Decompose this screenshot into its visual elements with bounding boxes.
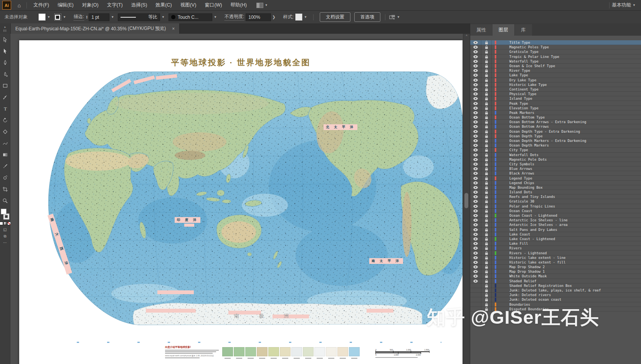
layer-name[interactable]: Map Bounding Box xyxy=(509,186,543,189)
canvas[interactable]: 平等地球投影 · 世界地形地貌全图 xyxy=(10,34,463,364)
visibility-toggle-eye-icon[interactable] xyxy=(470,129,481,134)
layer-row[interactable]: Magnetic Poles Type xyxy=(470,45,641,49)
fill-color-swatch[interactable] xyxy=(38,13,46,21)
zoom-tool[interactable] xyxy=(0,195,10,206)
visibility-toggle-eye-icon[interactable] xyxy=(470,59,481,64)
layer-row[interactable]: Junk: Deleted rivers xyxy=(470,293,641,297)
layer-name[interactable]: Graticule 30 xyxy=(509,199,534,203)
visibility-toggle-eye-icon[interactable] xyxy=(470,148,481,152)
layer-name[interactable]: Dry Lake Type xyxy=(509,78,536,82)
artboard-tool[interactable] xyxy=(0,183,10,195)
layer-name[interactable]: Physical Type xyxy=(509,92,536,96)
draw-mode-icon[interactable]: ◱ xyxy=(3,228,7,232)
layer-name[interactable]: Lake Type xyxy=(509,73,528,77)
direct-selection-tool[interactable] xyxy=(0,45,10,57)
style-swatch[interactable] xyxy=(295,13,302,21)
layer-name[interactable]: Lake Coast - Lightened xyxy=(509,237,555,241)
layer-row[interactable]: Title Type xyxy=(470,40,641,45)
lock-icon[interactable] xyxy=(481,274,492,278)
layer-name[interactable]: Island Dots xyxy=(509,190,532,194)
visibility-toggle-eye-icon[interactable] xyxy=(470,204,481,209)
chevron-down-icon[interactable]: ▼ xyxy=(214,15,217,19)
visibility-toggle-eye-icon[interactable] xyxy=(470,157,481,162)
lock-icon[interactable] xyxy=(481,101,492,105)
visibility-toggle-eye-icon[interactable] xyxy=(470,49,481,54)
layer-row[interactable]: Junk: Deleted lake, playa, ice shelf, & … xyxy=(470,288,641,293)
brush-definition-select[interactable]: Touch C... xyxy=(169,13,212,21)
lock-icon[interactable] xyxy=(481,176,492,180)
arrange-documents-icon[interactable] xyxy=(256,3,263,8)
layer-row[interactable]: Elevation Type xyxy=(470,106,641,110)
stroke-weight-field[interactable]: 1 pt xyxy=(89,13,109,21)
visibility-toggle-eye-icon[interactable] xyxy=(470,153,481,157)
layer-name[interactable]: Junk: Deleted ocean coast xyxy=(509,298,561,301)
layer-row[interactable]: Blue Arrows xyxy=(470,166,641,171)
layer-row[interactable]: Peak Type xyxy=(470,101,641,105)
layer-name[interactable]: Salt Pans and Dry Lakes xyxy=(509,228,557,232)
layer-name[interactable]: Magnetic Pole Dots xyxy=(509,158,547,161)
layer-row[interactable]: Black Arrows xyxy=(470,171,641,176)
lock-icon[interactable] xyxy=(481,129,492,134)
scroll-up-icon[interactable]: ˄ xyxy=(463,34,470,37)
visibility-toggle-eye-icon[interactable] xyxy=(470,222,481,227)
layer-row[interactable]: Graticule 30 xyxy=(470,199,641,204)
lock-icon[interactable] xyxy=(481,157,492,162)
chevron-down-icon[interactable]: ▼ xyxy=(47,15,50,19)
workspace-switcher[interactable]: 基本功能 xyxy=(612,2,631,8)
lock-icon[interactable] xyxy=(481,124,492,129)
layer-row[interactable]: White Outside Mask xyxy=(470,274,641,278)
fill-stroke-widget[interactable] xyxy=(0,209,10,219)
lock-icon[interactable] xyxy=(481,87,492,92)
lock-icon[interactable] xyxy=(481,73,492,77)
lock-icon[interactable] xyxy=(481,82,492,87)
lock-icon[interactable] xyxy=(481,138,492,143)
layer-name[interactable]: Peak Type xyxy=(509,102,528,105)
layer-row[interactable]: Salt Pans and Dry Lakes xyxy=(470,227,641,232)
chevron-down-icon[interactable]: ▼ xyxy=(162,15,165,19)
lock-icon[interactable] xyxy=(481,190,492,194)
visibility-toggle-eye-icon[interactable] xyxy=(470,260,481,265)
panel-tab-属性[interactable]: 属性 xyxy=(470,24,492,36)
close-tab-icon[interactable]: × xyxy=(172,26,175,31)
visibility-toggle-eye-icon[interactable] xyxy=(470,209,481,213)
layer-row[interactable]: Polar and Tropic Lines xyxy=(470,204,641,209)
layer-name[interactable]: Ocean Depth Markers - Extra Darkening xyxy=(509,139,586,143)
type-tool[interactable]: T xyxy=(0,103,10,114)
visibility-toggle-eye-icon[interactable] xyxy=(470,293,481,297)
layer-row[interactable]: City Symbols xyxy=(470,162,641,166)
layer-row[interactable]: Lake Coast xyxy=(470,232,641,237)
fill-indicator[interactable] xyxy=(1,209,7,214)
layer-row[interactable]: Map Drop Shadow 1 xyxy=(470,269,641,274)
opacity-panel-arrow[interactable]: ❯ xyxy=(272,15,275,19)
layer-name[interactable]: Ocean Bottom Type xyxy=(509,115,545,119)
visibility-toggle-eye-icon[interactable] xyxy=(470,274,481,278)
layer-row[interactable]: Island Dots xyxy=(470,190,641,194)
layer-name[interactable]: River Type xyxy=(509,69,530,72)
layer-row[interactable]: Map Drop Shadow 2 xyxy=(470,265,641,269)
layer-name[interactable]: Island Type xyxy=(509,97,532,100)
visibility-toggle-eye-icon[interactable] xyxy=(470,45,481,49)
layer-row[interactable]: Ocean Bottom Arrows - Extra Darkening xyxy=(470,120,641,124)
layer-row[interactable]: Shaded Relief Registration Box xyxy=(470,283,641,288)
lock-icon[interactable] xyxy=(481,120,492,124)
layer-row[interactable]: Ocean Depth Markers xyxy=(470,143,641,148)
visibility-toggle-eye-icon[interactable] xyxy=(470,115,481,120)
layer-row[interactable]: Historic lake extent - line xyxy=(470,255,641,260)
gradient-tool[interactable] xyxy=(0,149,10,160)
menu-item[interactable]: 窗口(W) xyxy=(200,2,226,8)
visibility-toggle-eye-icon[interactable] xyxy=(470,54,481,59)
lock-icon[interactable] xyxy=(481,265,492,269)
layer-name[interactable]: Ocean Bottom Arrows - Extra Darkening xyxy=(509,120,586,124)
layer-name[interactable]: Junk: Deleted lake, playa, ice shelf, & … xyxy=(509,288,601,292)
layer-row[interactable]: City Type xyxy=(470,148,641,152)
chevron-down-icon[interactable]: ▼ xyxy=(63,15,66,19)
lock-icon[interactable] xyxy=(481,297,492,302)
layer-name[interactable]: Ocean Depth Type xyxy=(509,134,543,138)
lock-icon[interactable] xyxy=(481,96,492,101)
layer-row[interactable]: Ocean Bottom Arrows xyxy=(470,124,641,129)
chevron-down-icon[interactable]: ▼ xyxy=(304,15,307,19)
layer-name[interactable]: Map Drop Shadow 1 xyxy=(509,270,545,273)
lock-icon[interactable] xyxy=(481,232,492,237)
lock-icon[interactable] xyxy=(481,279,492,283)
lock-icon[interactable] xyxy=(481,162,492,166)
